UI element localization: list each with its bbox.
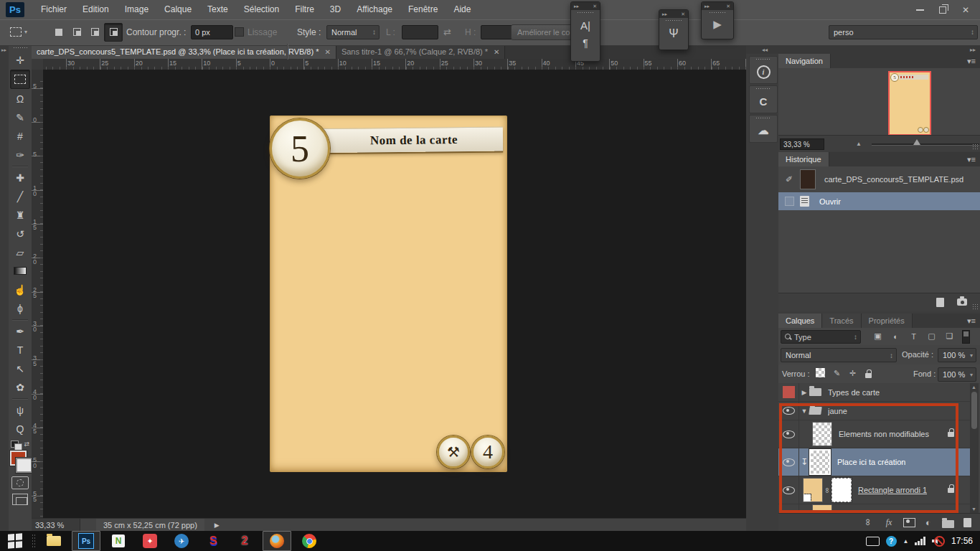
close-icon[interactable]: ✕ [593, 4, 597, 9]
feather-input[interactable]: 0 px [191, 25, 233, 39]
network-icon[interactable] [915, 537, 925, 545]
tool-preset-picker[interactable]: ▾ [10, 20, 27, 44]
character-panel-icon[interactable]: A| [571, 16, 600, 34]
layer-row-place-ici-ta-creation[interactable]: ↧ Place ici ta création [778, 448, 970, 476]
taskbar-blue-app[interactable]: ✈ [168, 532, 195, 550]
menu-filtre[interactable]: Filtre [287, 0, 322, 19]
panel-menu-icon[interactable]: ▾≡ [967, 316, 976, 326]
start-button[interactable] [6, 532, 24, 550]
menu-3d[interactable]: 3D [322, 0, 349, 19]
tab-navigation[interactable]: Navigation [778, 54, 831, 68]
pen-tool[interactable]: ✒ [11, 322, 29, 340]
taskbar-s-app[interactable]: S [199, 532, 227, 550]
menu-affichage[interactable]: Affichage [349, 0, 400, 19]
status-zoom-field[interactable]: 33,33 % [32, 519, 80, 532]
visibility-eye-icon[interactable] [783, 407, 795, 415]
menu-aide[interactable]: Aide [446, 0, 479, 19]
new-selection-mode-button[interactable] [50, 24, 67, 41]
expand-arrow-icon[interactable]: ▶ [799, 389, 809, 396]
intersect-selection-mode-button[interactable] [104, 23, 123, 42]
background-color-swatch[interactable] [16, 458, 32, 473]
filter-type-layers-icon[interactable]: T [908, 330, 920, 342]
blend-mode-select[interactable]: Normal↕ [781, 348, 897, 362]
history-brush-tool[interactable]: ↺ [11, 225, 29, 242]
navigator-zoom-field[interactable]: 33,33 % [780, 138, 824, 150]
slider-thumb[interactable] [913, 139, 920, 145]
play-actions-icon[interactable]: ▶ [702, 16, 733, 33]
expand-panel-icon[interactable]: ▸▸ [662, 11, 667, 17]
menu-image[interactable]: Image [117, 0, 156, 19]
panel-resize-grip[interactable] [972, 143, 979, 151]
taskbar-explorer[interactable] [40, 532, 67, 550]
restore-button[interactable] [931, 2, 954, 18]
smudge-tool[interactable]: ☝ [11, 281, 29, 298]
history-brush-source-icon[interactable]: ✐ [778, 174, 800, 184]
cloud-panel-button[interactable]: ☁ [749, 115, 778, 143]
vector-mask-thumbnail[interactable] [831, 478, 852, 502]
visibility-eye-icon[interactable] [783, 430, 795, 438]
healing-brush-tool[interactable]: ✚ [11, 169, 29, 187]
brush-panel-icon[interactable]: Ψ [659, 24, 688, 44]
menu-s-lection[interactable]: Sélection [236, 0, 287, 19]
crop-tool[interactable]: # [11, 127, 29, 145]
type-tool[interactable]: T [11, 341, 29, 359]
panel-resize-grip[interactable] [972, 303, 979, 311]
panel-menu-icon[interactable]: ▾≡ [967, 155, 976, 164]
antialias-checkbox[interactable] [235, 27, 244, 37]
tray-expand-icon[interactable]: ▲ [903, 538, 909, 545]
subtract-selection-mode-button[interactable] [86, 24, 103, 41]
link-layers-icon[interactable]: ∞ [862, 515, 876, 529]
taskbar-red-app[interactable]: ✦ [136, 532, 164, 550]
zoom-tool[interactable]: Q [11, 420, 29, 438]
navigator-proxy-preview[interactable]: 5 [888, 71, 931, 136]
lock-position-icon[interactable]: ✛ [847, 367, 859, 380]
tab-layers[interactable]: Calques [778, 314, 822, 328]
lock-all-icon[interactable] [862, 369, 875, 382]
expand-panel-icon[interactable]: ▸▸ [574, 4, 579, 9]
taskbar-chrome[interactable] [296, 532, 323, 550]
canvas-area[interactable]: Nom de la carte 5 ⚒ 4 [43, 70, 746, 518]
opacity-select[interactable]: 100 %▾ [938, 348, 976, 362]
zoom-out-icon[interactable]: ▲ [856, 141, 862, 147]
layer-row-elements-non-modifiables[interactable]: Elements non modifiables [778, 420, 970, 448]
document-tab-active[interactable]: carte_DPS_concours5_TEMPLATE.psd @ 33,3%… [32, 44, 336, 59]
lock-transparency-icon[interactable] [816, 368, 825, 377]
rectangular-marquee-tool[interactable] [10, 70, 30, 89]
ruler-origin-box[interactable] [32, 59, 44, 70]
tab-properties[interactable]: Propriétés [862, 314, 913, 328]
brush-tool[interactable]: ╱ [11, 187, 29, 205]
shape-layer-thumbnail[interactable] [803, 478, 823, 502]
menu-fen-tre[interactable]: Fenêtre [400, 0, 446, 19]
visibility-eye-icon[interactable] [783, 486, 795, 494]
path-selection-tool[interactable]: ↖ [11, 359, 29, 377]
layer-row-rectangle-arrondi-1[interactable]: ∞ Rectangle arrondi 1 [778, 476, 970, 504]
red-color-label[interactable] [783, 386, 795, 398]
volume-muted-icon[interactable] [932, 535, 945, 547]
status-menu-arrow-icon[interactable]: ▶ [215, 522, 220, 529]
new-layer-icon[interactable] [960, 515, 974, 529]
new-snapshot-icon[interactable] [955, 295, 969, 309]
tab-close-icon[interactable]: ✕ [494, 48, 499, 56]
custom-shape-tool[interactable]: ✿ [11, 378, 29, 396]
scroll-down-icon[interactable]: ▼ [971, 507, 976, 512]
taskbar-notepadpp[interactable]: N [105, 532, 132, 550]
add-selection-mode-button[interactable] [68, 24, 85, 41]
filter-adjustment-layers-icon[interactable]: ◐ [890, 330, 902, 342]
layer-row-partial[interactable] [778, 504, 970, 513]
layer-row-jaune[interactable]: ▼ jaune [778, 402, 970, 420]
workspace-select[interactable]: perso↕ [829, 25, 978, 39]
expand-panel-icon[interactable]: ▸▸ [705, 4, 710, 9]
close-button[interactable]: ✕ [954, 2, 977, 18]
card-artwork[interactable]: Nom de la carte 5 ⚒ 4 [270, 116, 507, 472]
minimize-button[interactable] [908, 2, 931, 18]
paragraph-panel-icon[interactable]: ¶ [571, 34, 600, 52]
dodge-tool[interactable]: ϕ [11, 299, 29, 317]
layer-thumbnail[interactable] [812, 422, 832, 446]
menu-edition[interactable]: Edition [75, 0, 117, 19]
width-input[interactable] [402, 25, 438, 39]
lock-pixels-icon[interactable]: ✎ [831, 367, 843, 380]
new-group-icon[interactable] [941, 517, 955, 531]
style-select[interactable]: Normal↕ [326, 25, 380, 39]
layer-style-fx-icon[interactable]: fx [882, 515, 896, 529]
document-tab-inactive[interactable]: Sans titre-1 @ 66,7% (Calque 2, RVB/8) *… [336, 44, 506, 59]
